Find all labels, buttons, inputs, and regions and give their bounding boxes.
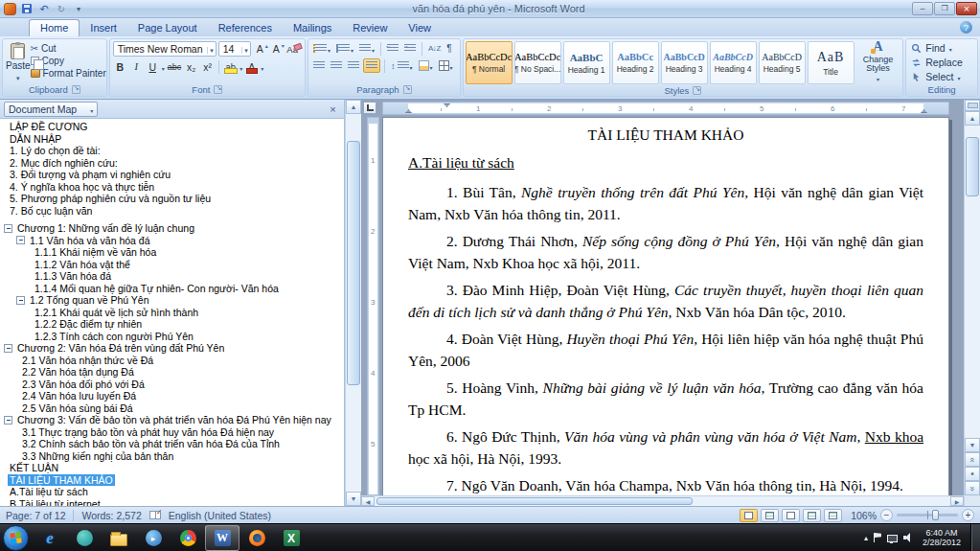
document-map-item[interactable]: 5. Phương pháp nghiên cứu và nguồn tư li… [0, 193, 344, 205]
document-page[interactable]: TÀI LIỆU THAM KHẢO A.Tài liệu từ sách 1.… [382, 117, 949, 495]
font-color-button[interactable]: A [244, 59, 259, 74]
media-app-icon[interactable] [67, 525, 102, 551]
document-map-item[interactable]: 1.2.2 Đặc điểm tự nhiên [0, 318, 344, 331]
font-size-select[interactable]: 14 [218, 41, 251, 57]
document-map-item[interactable]: 1.1.4 Mối quan hệ giữa Tự nhiên- Con ngư… [0, 283, 344, 295]
paste-dropdown-icon[interactable] [16, 72, 20, 82]
taskbar-clock[interactable]: 6:40 AM 2/28/2012 [919, 528, 965, 547]
start-button[interactable] [3, 525, 29, 551]
underline-dropdown-icon[interactable] [162, 61, 165, 73]
bullets-button[interactable] [311, 41, 332, 56]
shading-button[interactable] [417, 58, 435, 73]
subscript-button[interactable]: x₂ [184, 59, 198, 74]
scroll-up-icon[interactable] [346, 100, 361, 114]
internet-explorer-icon[interactable]: e [33, 525, 67, 551]
document-map-item[interactable]: 3.2 Chính sách bảo tồn và phát triển văn… [0, 438, 344, 450]
copy-button[interactable]: Copy [31, 56, 106, 66]
collapse-icon[interactable] [4, 416, 12, 425]
view-ruler-toggle-icon[interactable] [965, 100, 980, 111]
document-map-item[interactable]: B.Tài liệu từ internet [0, 498, 344, 507]
document-map-item[interactable]: 1. Lý do chọn đề tài: [0, 145, 344, 157]
style-normal[interactable]: AaBbCcDc¶ Normal [466, 41, 513, 84]
scroll-down-icon[interactable] [965, 438, 980, 452]
replace-button[interactable]: Replace [911, 57, 974, 68]
tab-mailings[interactable]: Mailings [283, 20, 342, 36]
document-map-item[interactable]: A.Tài liệu từ sách [0, 486, 344, 498]
align-left-button[interactable] [311, 58, 327, 73]
document-map-item[interactable]: 1.1.2 Văn hóa vật thể [0, 259, 344, 271]
collapse-icon[interactable] [4, 344, 12, 353]
proofing-status-icon[interactable] [149, 511, 161, 519]
word-count[interactable]: Words: 2,572 [81, 510, 141, 521]
collapse-icon[interactable] [16, 236, 25, 244]
line-spacing-button[interactable] [389, 58, 415, 73]
page-indicator[interactable]: Page: 7 of 12 [6, 510, 65, 521]
document-map-item[interactable]: 1.2.3 Tính cách con người Phú Yên [0, 331, 344, 343]
undo-button[interactable] [37, 2, 51, 15]
scroll-up-icon[interactable] [965, 111, 980, 126]
document-map-item[interactable]: 3. Đối tượng và phạm vi nghiên cứu [0, 169, 344, 181]
document-map-item[interactable]: 1.1.1 Khái niệm về văn hóa [0, 246, 344, 259]
superscript-button[interactable]: x² [200, 59, 215, 74]
italic-button[interactable]: I [129, 59, 144, 74]
h-ruler-band[interactable]: 1234567 [382, 102, 949, 115]
explorer-folder-icon[interactable] [102, 525, 136, 551]
zoom-level[interactable]: 106% [851, 510, 877, 521]
style-no-spaci[interactable]: AaBbCcDc¶ No Spaci... [514, 41, 561, 84]
document-map-item[interactable]: 3.3 Những kiến nghị của bản thân [0, 450, 344, 463]
firefox-icon[interactable] [239, 525, 274, 551]
numbering-button[interactable] [334, 41, 355, 56]
clipboard-dialog-launcher[interactable] [72, 85, 80, 94]
v-ruler[interactable]: 12345 [367, 117, 379, 495]
document-map-item[interactable]: 1.1.3 Văn hóa đá [0, 270, 344, 283]
zoom-out-icon[interactable] [880, 509, 893, 521]
find-dropdown-icon[interactable] [949, 42, 952, 54]
word-icon[interactable]: W [205, 525, 239, 551]
close-button[interactable] [956, 2, 977, 15]
document-map-item[interactable]: 2.3 Văn hóa đối phó với Đá [0, 379, 344, 391]
document-map-item[interactable]: 1.2.1 Khái quát về lịch sử hình thành [0, 307, 344, 319]
decrease-indent-button[interactable] [385, 41, 400, 56]
document-map-item[interactable]: Chương 3: Vấn đề bảo tồn và phát triển v… [0, 414, 344, 426]
find-button[interactable]: Find [911, 42, 974, 54]
select-browse-object-icon[interactable] [965, 467, 980, 481]
draft-view-button[interactable] [824, 509, 842, 522]
styles-dialog-launcher[interactable] [693, 86, 701, 95]
tab-review[interactable]: Review [342, 20, 398, 36]
collapse-icon[interactable] [4, 224, 12, 233]
chrome-icon[interactable] [171, 525, 205, 551]
document-map-item[interactable]: TÀI LIỆU THAM KHẢO [0, 474, 344, 487]
align-center-button[interactable] [329, 58, 344, 73]
clear-formatting-button[interactable]: Aa [285, 42, 300, 57]
multilevel-list-button[interactable] [357, 41, 376, 56]
align-right-button[interactable] [346, 58, 361, 73]
strikethrough-button[interactable]: abc [167, 59, 183, 74]
language-indicator[interactable]: English (United States) [169, 510, 271, 521]
show-desktop-button[interactable] [970, 524, 980, 551]
document-map-item[interactable]: DẪN NHẬP [0, 133, 344, 146]
document-map-item[interactable]: LẬP ĐỀ CƯƠNG [0, 121, 344, 133]
scroll-left-icon[interactable] [361, 496, 375, 506]
change-styles-dropdown-icon[interactable] [877, 75, 879, 83]
document-map-scrollbar[interactable] [345, 100, 361, 506]
show-hidden-icons-icon[interactable] [864, 534, 868, 542]
redo-button[interactable] [55, 2, 68, 15]
scrollbar-thumb[interactable] [376, 497, 693, 505]
minimize-button[interactable] [912, 2, 933, 15]
tab-page-layout[interactable]: Page Layout [127, 20, 208, 36]
document-map-close-icon[interactable] [326, 103, 340, 116]
font-name-dropdown-icon[interactable] [207, 43, 214, 55]
document-map-item[interactable]: Chương 1: Những vấn đề lý luận chung [0, 222, 344, 235]
right-indent-marker[interactable] [921, 109, 927, 113]
zoom-slider-thumb[interactable] [932, 510, 939, 520]
style-heading-1[interactable]: AaBbCHeading 1 [563, 41, 610, 84]
highlight-dropdown-icon[interactable] [239, 61, 242, 73]
text-highlight-button[interactable]: ab [223, 59, 238, 74]
hanging-indent-marker[interactable] [405, 109, 412, 113]
outline-view-button[interactable] [803, 509, 821, 522]
action-center-icon[interactable] [874, 533, 881, 542]
office-button-icon[interactable] [4, 3, 16, 15]
justify-button[interactable] [363, 58, 380, 73]
tab-insert[interactable]: Insert [80, 20, 127, 36]
style-heading-3[interactable]: AaBbCcDHeading 3 [661, 41, 708, 84]
